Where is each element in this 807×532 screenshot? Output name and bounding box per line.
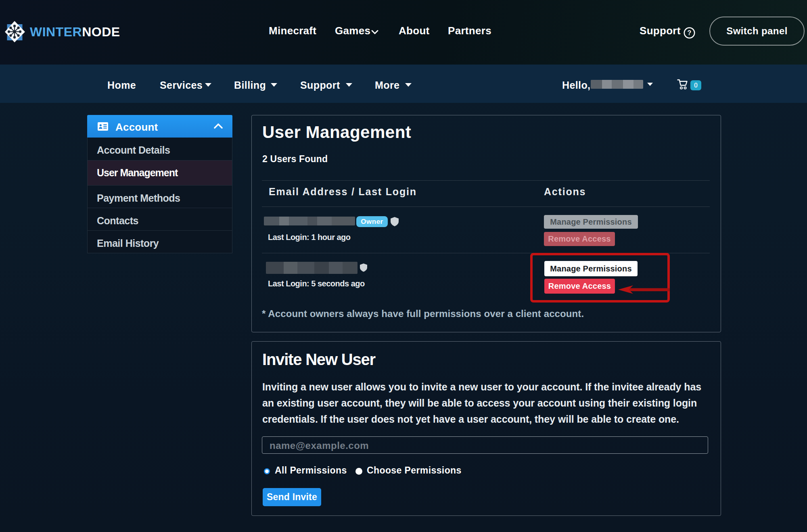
svg-text:?: ? (688, 29, 692, 36)
